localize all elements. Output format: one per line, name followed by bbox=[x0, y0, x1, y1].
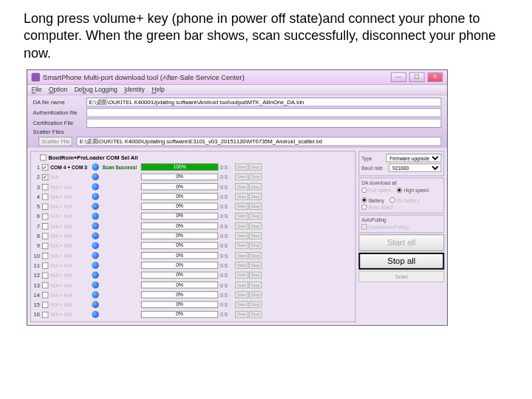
row-stop-button[interactable]: Stop bbox=[249, 282, 262, 289]
row-stop-button[interactable]: Stop bbox=[249, 193, 262, 200]
row-label: N/A + N/A bbox=[50, 273, 88, 278]
menu-identity[interactable]: Identity bbox=[124, 86, 145, 94]
progress-bar: 0% bbox=[141, 272, 219, 279]
com-row: 11N/A + N/A0%0 SStartStop bbox=[33, 261, 353, 270]
progress-bar: 0% bbox=[141, 193, 219, 200]
auth-file-label: Authentication file bbox=[33, 109, 83, 116]
row-start-button[interactable]: Start bbox=[235, 183, 248, 191]
row-checkbox[interactable] bbox=[42, 311, 49, 318]
row-stop-button[interactable]: Stop bbox=[249, 183, 262, 191]
row-start-button[interactable]: Start bbox=[235, 163, 248, 171]
menu-option[interactable]: Option bbox=[49, 86, 67, 94]
row-start-button[interactable]: Start bbox=[235, 252, 248, 259]
full-speed-radio[interactable]: Full speed bbox=[361, 188, 391, 194]
close-button[interactable]: X bbox=[427, 72, 443, 82]
row-start-button[interactable]: Start bbox=[235, 262, 248, 269]
row-label: N/A + N/A bbox=[50, 263, 88, 268]
com-row: 4N/A + N/A0%0 SStartStop bbox=[33, 191, 353, 201]
minimize-button[interactable]: — bbox=[391, 72, 406, 82]
type-label: Type bbox=[361, 156, 383, 161]
baud-select[interactable]: 921600 bbox=[389, 163, 441, 171]
row-checkbox[interactable] bbox=[42, 184, 49, 191]
row-start-button[interactable]: Start bbox=[235, 203, 248, 211]
row-checkbox[interactable] bbox=[42, 272, 49, 279]
row-checkbox[interactable] bbox=[42, 203, 49, 210]
row-stop-button[interactable]: Stop bbox=[249, 262, 262, 269]
progress-bar: 0% bbox=[141, 183, 219, 191]
row-checkbox[interactable] bbox=[42, 282, 49, 289]
status-dot-icon bbox=[92, 193, 99, 200]
no-battery-radio[interactable]: No battery bbox=[389, 197, 419, 203]
stop-all-button[interactable]: Stop all bbox=[358, 253, 444, 270]
com-panel: BootRom+PreLoader COM Sel All 1COM 4 + C… bbox=[30, 151, 356, 322]
row-stop-button[interactable]: Stop bbox=[249, 252, 262, 259]
row-checkbox[interactable] bbox=[42, 223, 49, 230]
row-checkbox[interactable] bbox=[42, 301, 49, 308]
row-index: 4 bbox=[33, 194, 41, 200]
row-start-button[interactable]: Start bbox=[235, 301, 248, 309]
row-label: COM 4 + COM 3 bbox=[50, 165, 88, 170]
row-stop-button[interactable]: Stop bbox=[249, 311, 262, 318]
da-file-input[interactable] bbox=[86, 98, 442, 106]
da-download-title: DA download all bbox=[361, 180, 441, 185]
row-checkbox[interactable] bbox=[42, 292, 49, 299]
row-start-button[interactable]: Start bbox=[235, 291, 248, 299]
row-checkbox[interactable] bbox=[42, 174, 49, 180]
row-checkbox[interactable] bbox=[42, 253, 49, 259]
row-stop-button[interactable]: Stop bbox=[249, 163, 262, 171]
status-dot-icon bbox=[92, 272, 99, 279]
row-checkbox[interactable] bbox=[42, 164, 49, 171]
menu-help[interactable]: Help bbox=[151, 86, 165, 94]
type-select[interactable]: Firmware upgrade bbox=[386, 154, 441, 162]
scatter-file-button[interactable]: Scatter File bbox=[38, 137, 72, 146]
menu-debug[interactable]: Debug Logging bbox=[75, 86, 117, 94]
size-label: 0 S bbox=[220, 302, 233, 307]
row-start-button[interactable]: Start bbox=[235, 174, 248, 181]
status-dot-icon bbox=[92, 242, 99, 250]
high-speed-radio[interactable]: High speed bbox=[397, 188, 429, 194]
row-start-button[interactable]: Start bbox=[235, 193, 248, 200]
scatter-file-input[interactable] bbox=[77, 137, 442, 146]
size-label: 0 S bbox=[220, 165, 233, 170]
row-start-button[interactable]: Start bbox=[235, 282, 248, 289]
row-index: 16 bbox=[33, 311, 41, 318]
row-start-button[interactable]: Start bbox=[235, 222, 248, 230]
row-stop-button[interactable]: Stop bbox=[249, 242, 262, 250]
row-checkbox[interactable] bbox=[42, 194, 49, 200]
row-start-button[interactable]: Start bbox=[235, 311, 248, 318]
row-stop-button[interactable]: Stop bbox=[249, 301, 262, 309]
com-row: 1COM 4 + COM 3Scan Success!100%0 SStartS… bbox=[33, 163, 353, 172]
select-all-checkbox[interactable] bbox=[40, 154, 47, 161]
com-row: 15N/A + N/A0%0 SStartStop bbox=[33, 300, 353, 310]
row-start-button[interactable]: Start bbox=[235, 272, 248, 279]
auto-detect-radio[interactable]: Auto detect bbox=[361, 205, 441, 211]
row-start-button[interactable]: Start bbox=[235, 213, 248, 220]
row-stop-button[interactable]: Stop bbox=[249, 233, 262, 240]
select-all-label: BootRom+PreLoader COM Sel All bbox=[48, 154, 137, 161]
row-start-button[interactable]: Start bbox=[235, 242, 248, 250]
row-start-button[interactable]: Start bbox=[235, 233, 248, 240]
row-label: N/A + N/A bbox=[50, 312, 88, 317]
row-stop-button[interactable]: Stop bbox=[249, 213, 262, 220]
row-checkbox[interactable] bbox=[42, 233, 49, 239]
row-stop-button[interactable]: Stop bbox=[249, 203, 262, 211]
progress-bar: 0% bbox=[141, 174, 219, 181]
row-stop-button[interactable]: Stop bbox=[249, 272, 262, 279]
auth-file-input[interactable] bbox=[86, 108, 442, 117]
row-label: N/A + N/A bbox=[50, 282, 88, 287]
row-stop-button[interactable]: Stop bbox=[249, 174, 262, 181]
row-checkbox[interactable] bbox=[42, 262, 49, 269]
start-all-button[interactable]: Start all bbox=[358, 234, 444, 251]
cert-file-input[interactable] bbox=[86, 119, 442, 128]
com-row: 3N/A + N/A0%0 SStartStop bbox=[33, 182, 353, 191]
battery-radio[interactable]: Battery bbox=[361, 197, 384, 203]
menu-file[interactable]: File bbox=[32, 86, 42, 94]
row-checkbox[interactable] bbox=[42, 242, 49, 249]
maximize-button[interactable]: ▢ bbox=[409, 72, 425, 82]
row-stop-button[interactable]: Stop bbox=[249, 291, 262, 299]
autopulling-checkbox[interactable]: EnableAutoPolling bbox=[361, 224, 441, 230]
row-checkbox[interactable] bbox=[42, 213, 49, 219]
row-stop-button[interactable]: Stop bbox=[249, 222, 262, 230]
autopulling-title: AutoPulling bbox=[361, 218, 441, 223]
scan-button[interactable]: Scan bbox=[358, 271, 444, 282]
